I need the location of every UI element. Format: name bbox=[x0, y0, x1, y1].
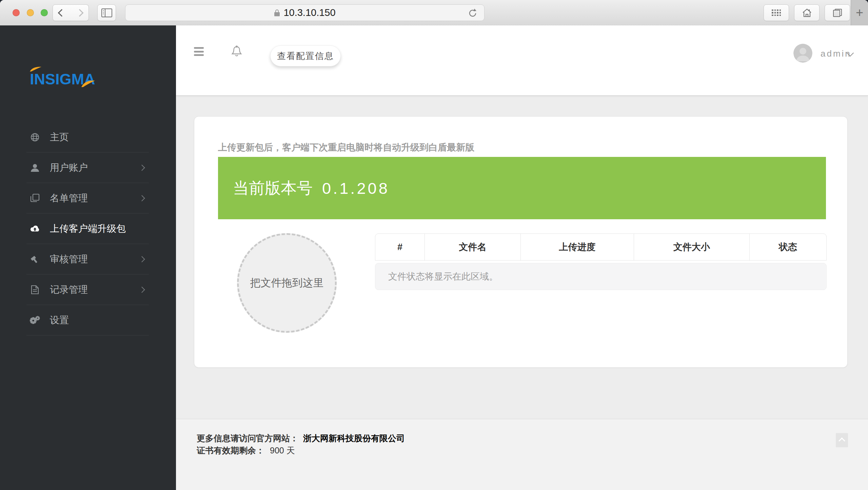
version-value: 0.1.208 bbox=[322, 179, 390, 198]
back-button[interactable] bbox=[53, 4, 71, 21]
chevron-right-icon bbox=[139, 165, 145, 171]
file-icon bbox=[30, 285, 40, 295]
sidebar-item-settings[interactable]: 设置 bbox=[0, 305, 176, 335]
scroll-to-top-button[interactable] bbox=[836, 433, 848, 447]
person-icon bbox=[793, 44, 812, 63]
logo-swoosh-icon bbox=[29, 66, 42, 72]
user-icon bbox=[30, 163, 40, 173]
page-footer: 更多信息请访问官方网站：浙大网新科技股份有限公司 证书有效期剩余：900 天 bbox=[176, 419, 868, 490]
sidebar-item-upload-client-package[interactable]: 上传客户端升级包 bbox=[0, 213, 176, 244]
chevron-right-icon bbox=[76, 9, 83, 17]
version-label: 当前版本号 bbox=[233, 178, 313, 199]
column-header-status: 状态 bbox=[749, 234, 826, 260]
browser-toolbar: 10.3.10.150 + bbox=[0, 0, 868, 26]
username-label[interactable]: admin bbox=[821, 48, 851, 59]
notifications-button[interactable] bbox=[231, 45, 242, 59]
sidebar-item-user-accounts[interactable]: 用户账户 bbox=[0, 152, 176, 183]
favorites-grid-button[interactable] bbox=[764, 4, 789, 21]
gavel-icon bbox=[30, 254, 40, 264]
forward-button[interactable] bbox=[71, 4, 89, 21]
minimize-window-button[interactable] bbox=[27, 9, 34, 16]
home-button[interactable] bbox=[794, 4, 820, 21]
sidebar-toggle-button[interactable] bbox=[97, 4, 116, 21]
screenshot-stage: 10.3.10.150 + INSIGMA bbox=[0, 0, 868, 490]
column-header-progress: 上传进度 bbox=[520, 234, 634, 260]
zoom-window-button[interactable] bbox=[41, 9, 48, 16]
sidebar-nav: 主页 用户账户 名单管理 bbox=[0, 122, 176, 335]
chevron-right-icon bbox=[139, 256, 145, 262]
version-banner: 当前版本号 0.1.208 bbox=[218, 157, 826, 219]
chevron-right-icon bbox=[139, 287, 145, 293]
dropzone-text: 把文件拖到这里 bbox=[250, 276, 324, 290]
globe-icon bbox=[30, 132, 40, 142]
sidebar: INSIGMA 主页 用户账户 bbox=[0, 25, 176, 490]
new-tab-button[interactable]: + bbox=[851, 0, 868, 25]
logo-swoosh-icon bbox=[81, 79, 96, 87]
upload-card: 上传更新包后，客户端下次重启电脑时将自动升级到白盾最新版 当前版本号 0.1.2… bbox=[194, 116, 848, 368]
url-text: 10.3.10.150 bbox=[283, 7, 335, 18]
column-header-filename: 文件名 bbox=[425, 234, 520, 260]
avatar[interactable] bbox=[793, 44, 812, 63]
lock-icon bbox=[274, 9, 280, 17]
copy-icon bbox=[30, 193, 40, 203]
view-config-button[interactable]: 查看配置信息 bbox=[270, 45, 341, 66]
company-name: 浙大网新科技股份有限公司 bbox=[303, 433, 405, 443]
chevron-left-icon bbox=[58, 9, 66, 17]
home-icon bbox=[802, 8, 812, 18]
reload-icon bbox=[468, 8, 477, 18]
table-header-row: # 文件名 上传进度 文件大小 状态 bbox=[375, 233, 827, 261]
footer-cert-line: 证书有效期剩余：900 天 bbox=[197, 445, 295, 456]
browser-window: 10.3.10.150 + INSIGMA bbox=[0, 0, 868, 490]
close-window-button[interactable] bbox=[13, 9, 20, 16]
upload-table: # 文件名 上传进度 文件大小 状态 文件状态将显示在此区域。 bbox=[375, 233, 827, 290]
upload-notice-text: 上传更新包后，客户端下次重启电脑时将自动升级到白盾最新版 bbox=[218, 141, 474, 154]
tab-overview-button[interactable] bbox=[825, 4, 850, 21]
address-bar[interactable]: 10.3.10.150 bbox=[125, 4, 485, 21]
cert-value: 900 天 bbox=[270, 446, 295, 455]
sidebar-item-record-management[interactable]: 记录管理 bbox=[0, 274, 176, 305]
grid-icon bbox=[772, 9, 781, 16]
sidebar-icon bbox=[101, 8, 112, 17]
column-header-filesize: 文件大小 bbox=[634, 234, 749, 260]
bell-icon bbox=[231, 45, 242, 58]
footer-company-line: 更多信息请访问官方网站：浙大网新科技股份有限公司 bbox=[197, 433, 405, 444]
menu-toggle-button[interactable] bbox=[194, 47, 204, 56]
table-empty-state: 文件状态将显示在此区域。 bbox=[375, 263, 827, 290]
sidebar-item-home[interactable]: 主页 bbox=[0, 122, 176, 152]
more-info-label: 更多信息请访问官方网站： bbox=[197, 433, 298, 443]
tabs-icon bbox=[833, 9, 842, 17]
reload-button[interactable] bbox=[468, 8, 477, 20]
sidebar-item-audit-management[interactable]: 审核管理 bbox=[0, 244, 176, 274]
column-header-index: # bbox=[375, 234, 425, 260]
sidebar-item-list-management[interactable]: 名单管理 bbox=[0, 183, 176, 213]
cert-label: 证书有效期剩余： bbox=[197, 446, 264, 455]
cloud-upload-icon bbox=[30, 224, 40, 234]
gears-icon bbox=[30, 315, 40, 325]
insigma-logo: INSIGMA bbox=[30, 70, 104, 91]
chevron-right-icon bbox=[139, 195, 145, 201]
file-dropzone[interactable]: 把文件拖到这里 bbox=[237, 233, 337, 333]
